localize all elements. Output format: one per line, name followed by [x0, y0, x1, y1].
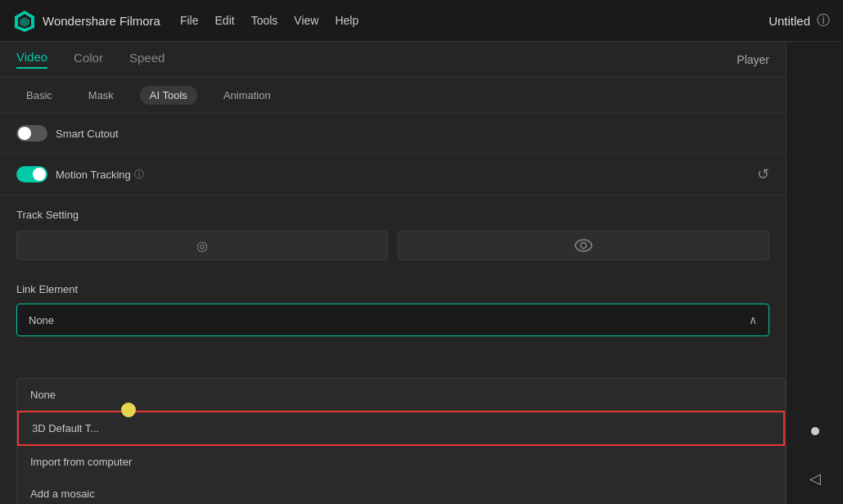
track-btn-circle-icon: ◎ — [196, 238, 208, 254]
dropdown-item-mosaic[interactable]: Add a mosaic — [17, 478, 785, 504]
logo-icon — [13, 9, 36, 32]
back-arrow-icon[interactable]: ◁ — [809, 470, 821, 488]
dropdown-item-none[interactable]: None — [17, 379, 785, 411]
toggle-knob — [18, 127, 31, 140]
tab-speed[interactable]: Speed — [129, 51, 165, 68]
chevron-up-icon: ∧ — [749, 313, 757, 326]
track-buttons: ◎ — [16, 231, 769, 260]
tab-video[interactable]: Video — [16, 50, 47, 69]
player-label: Player — [737, 53, 769, 66]
motion-tracking-label: Motion Tracking — [56, 169, 131, 181]
tab-animation[interactable]: Animation — [214, 86, 281, 105]
svg-point-4 — [581, 243, 587, 249]
motion-tracking-toggle[interactable] — [16, 166, 47, 182]
track-btn-eye[interactable] — [398, 231, 769, 260]
nav-view[interactable]: View — [294, 14, 318, 27]
topbar-right: Untitled ⓘ — [769, 12, 830, 29]
dropdown-menu: None 3D Default T... Import from compute… — [16, 378, 786, 504]
track-setting-section: Track Setting ◎ — [0, 196, 786, 270]
project-title: Untitled — [769, 14, 810, 28]
motion-tracking-row: Motion Tracking ⓘ ↺ — [0, 154, 786, 196]
tab-color[interactable]: Color — [74, 51, 103, 68]
eye-icon — [575, 239, 593, 252]
nav-file[interactable]: File — [180, 14, 199, 27]
dropdown-selected-text: None — [29, 314, 749, 326]
tab-ai-tools[interactable]: AI Tools — [140, 86, 197, 105]
tab-basic[interactable]: Basic — [16, 86, 62, 105]
tab-mask[interactable]: Mask — [79, 86, 124, 105]
scrollbar-thumb[interactable] — [811, 427, 819, 435]
dropdown-item-3d-default[interactable]: 3D Default T... — [17, 411, 785, 446]
dropdown-item-import[interactable]: Import from computer — [17, 446, 785, 478]
main-nav: File Edit Tools View Help — [180, 14, 358, 27]
track-setting-label: Track Setting — [16, 209, 769, 221]
smart-cutout-toggle[interactable] — [16, 125, 47, 142]
primary-tab-bar: Video Color Speed Player — [0, 42, 786, 78]
track-btn-circle[interactable]: ◎ — [16, 231, 388, 260]
nav-tools[interactable]: Tools — [251, 14, 278, 27]
logo: Wondershare Filmora — [13, 9, 160, 32]
svg-point-3 — [575, 240, 592, 251]
topbar: Wondershare Filmora File Edit Tools View… — [0, 0, 843, 42]
toggle-knob-motion — [33, 168, 46, 181]
info-icon[interactable]: ⓘ — [817, 12, 830, 29]
reset-icon[interactable]: ↺ — [757, 165, 769, 183]
smart-cutout-label: Smart Cutout — [56, 128, 769, 140]
nav-help[interactable]: Help — [335, 14, 358, 27]
link-element-label: Link Element — [16, 283, 769, 295]
smart-cutout-row: Smart Cutout — [0, 114, 786, 154]
app-name: Wondershare Filmora — [43, 14, 160, 28]
secondary-tab-bar: Basic Mask AI Tools Animation — [0, 78, 786, 114]
link-element-section: Link Element None ∧ — [0, 270, 786, 336]
link-element-dropdown[interactable]: None ∧ — [16, 304, 769, 336]
right-panel: ◁ — [786, 42, 843, 504]
help-icon[interactable]: ⓘ — [134, 168, 144, 182]
nav-edit[interactable]: Edit — [215, 14, 235, 27]
